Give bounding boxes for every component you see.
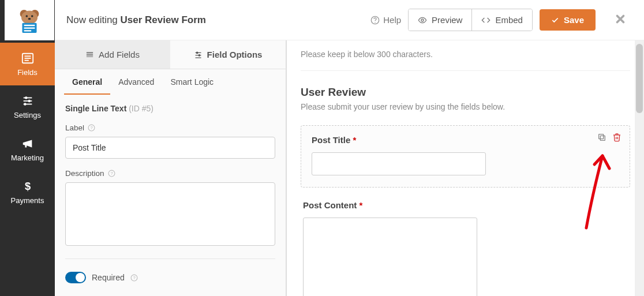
sidebar-label: Marketing <box>11 153 44 162</box>
help-small-icon[interactable]: ? <box>88 124 95 132</box>
sidebar-label: Settings <box>14 111 41 119</box>
svg-point-28 <box>196 52 198 54</box>
label-input[interactable] <box>65 137 275 159</box>
window-scrollbar[interactable] <box>635 40 644 296</box>
svg-rect-39 <box>599 134 604 139</box>
help-label: Help <box>383 15 401 25</box>
preview-label: Preview <box>432 15 462 25</box>
eye-icon <box>418 16 427 25</box>
subtab-general[interactable]: General <box>64 69 110 95</box>
hint-text: Please keep it below 300 characters. <box>301 50 630 59</box>
field-label: Post Title * <box>312 135 356 145</box>
svg-rect-8 <box>24 27 35 28</box>
form-preview-canvas: Please keep it below 300 characters. Use… <box>287 40 644 296</box>
help-icon <box>370 16 380 25</box>
section-desc: Please submit your user review by using … <box>301 102 630 111</box>
field-label: Post Content * <box>303 200 362 210</box>
preview-text-input[interactable] <box>312 152 486 175</box>
subtab-advanced[interactable]: Advanced <box>110 69 162 95</box>
tab-label: Field Options <box>207 50 263 59</box>
help-link[interactable]: Help <box>370 15 401 25</box>
help-small-icon[interactable]: ? <box>130 274 138 282</box>
close-icon <box>614 13 627 25</box>
grid-icon <box>85 50 94 59</box>
wpforms-logo <box>5 0 54 40</box>
sidebar-label: Payments <box>11 196 44 205</box>
svg-point-23 <box>421 19 424 21</box>
preview-embed-group: Preview Embed <box>408 9 533 31</box>
required-asterisk: * <box>353 135 356 145</box>
svg-rect-38 <box>600 136 605 140</box>
list-icon <box>21 52 34 65</box>
tab-add-fields[interactable]: Add Fields <box>55 40 170 69</box>
svg-point-22 <box>375 22 376 23</box>
field-block-post-content[interactable]: Post Content * <box>301 200 630 296</box>
field-options-panel: Add Fields Field Options General Advance… <box>55 40 287 296</box>
svg-point-15 <box>25 96 27 99</box>
label-caption: Label ? <box>65 123 275 132</box>
embed-label: Embed <box>495 15 523 25</box>
svg-rect-7 <box>24 24 35 25</box>
sidebar-label: Fields <box>17 68 38 77</box>
check-icon <box>551 16 559 24</box>
sidebar-nav: Setup Fields Settings Marketing $ Paymen… <box>0 0 55 296</box>
trash-icon[interactable] <box>612 133 621 142</box>
required-label: Required <box>92 273 125 282</box>
svg-point-3 <box>26 15 28 17</box>
svg-text:$: $ <box>24 180 30 192</box>
required-toggle[interactable] <box>65 272 86 283</box>
svg-text:?: ? <box>133 275 135 280</box>
description-caption: Description ? <box>65 169 275 178</box>
svg-text:?: ? <box>110 171 113 176</box>
svg-rect-9 <box>24 30 32 31</box>
tab-field-options[interactable]: Field Options <box>170 40 286 69</box>
field-id: (ID #5) <box>129 104 153 113</box>
embed-button[interactable]: Embed <box>472 9 532 31</box>
preview-textarea[interactable] <box>303 218 477 296</box>
form-name: User Review Form <box>121 14 206 25</box>
svg-point-30 <box>199 55 200 57</box>
sidebar-item-fields[interactable]: Fields <box>0 43 55 85</box>
sliders-icon <box>21 95 34 107</box>
required-asterisk: * <box>360 200 363 210</box>
svg-text:?: ? <box>90 125 92 130</box>
topbar: Now editing User Review Form Help Previe… <box>55 0 644 40</box>
svg-point-17 <box>28 99 30 102</box>
code-icon <box>481 16 491 25</box>
dollar-icon: $ <box>21 180 34 193</box>
svg-point-2 <box>21 10 38 24</box>
sliders-small-icon <box>194 50 203 59</box>
svg-rect-24 <box>87 52 93 54</box>
subtab-smart-logic[interactable]: Smart Logic <box>162 69 222 95</box>
editing-prefix: Now editing <box>66 14 121 25</box>
svg-point-4 <box>31 15 33 17</box>
editing-label: Now editing User Review Form <box>66 14 206 26</box>
sidebar-item-settings[interactable]: Settings <box>0 85 55 128</box>
close-button[interactable] <box>602 13 632 28</box>
sidebar-item-payments[interactable]: $ Payments <box>0 171 55 213</box>
svg-point-19 <box>24 103 26 105</box>
section-title: User Review <box>301 86 630 99</box>
tab-label: Add Fields <box>99 50 140 59</box>
megaphone-icon <box>21 137 34 150</box>
svg-rect-25 <box>87 54 93 56</box>
help-small-icon[interactable]: ? <box>108 170 115 177</box>
save-button[interactable]: Save <box>540 9 596 31</box>
save-label: Save <box>564 15 584 25</box>
sidebar-item-marketing[interactable]: Marketing <box>0 128 55 171</box>
description-input[interactable] <box>65 182 275 246</box>
svg-rect-26 <box>87 57 93 57</box>
preview-button[interactable]: Preview <box>409 9 472 31</box>
field-type-heading: Single Line Text (ID #5) <box>65 104 275 113</box>
duplicate-icon[interactable] <box>597 133 606 142</box>
field-type-name: Single Line Text <box>65 104 126 113</box>
svg-point-5 <box>28 18 31 20</box>
field-block-post-title[interactable]: Post Title * <box>301 125 630 188</box>
